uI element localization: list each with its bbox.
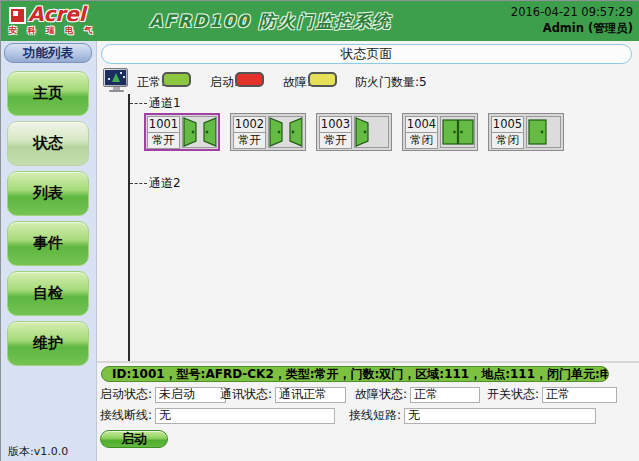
- wire-short-field[interactable]: [404, 408, 596, 424]
- door-id: 1005: [491, 116, 524, 133]
- divider: [97, 361, 639, 363]
- door-type: 常开: [233, 132, 266, 149]
- start-state-field[interactable]: [155, 387, 226, 403]
- app-title: AFRD100 防火门监控系统: [113, 10, 428, 33]
- fault-state-field[interactable]: [410, 387, 480, 403]
- legend-normal-label: 正常:: [137, 74, 165, 91]
- comm-state-label: 通讯状态:: [220, 386, 272, 403]
- sidebar-item-3[interactable]: 列表: [7, 171, 89, 216]
- app-window: Acrel 安 科 瑞 电 气 AFRD100 防火门监控系统 2016-04-…: [0, 0, 639, 461]
- tree-line: [128, 94, 130, 362]
- door-item-1005[interactable]: 1005常闭: [488, 113, 564, 151]
- sidebar-item-1[interactable]: 主页: [7, 71, 89, 116]
- door-item-1004[interactable]: 1004常闭: [402, 113, 478, 151]
- door-item-1002[interactable]: 1002常开: [230, 113, 306, 151]
- comm-state-field[interactable]: [275, 387, 346, 403]
- brand-subtitle: 安 科 瑞 电 气: [9, 25, 109, 36]
- door-item-1001[interactable]: 1001常开: [144, 113, 220, 151]
- switch-state-field[interactable]: [542, 387, 617, 403]
- door-id: 1004: [405, 116, 438, 133]
- door-graphic-closed-single: [526, 116, 561, 148]
- wire-break-field[interactable]: [155, 408, 335, 424]
- door-count-label: 防火门数量:5: [355, 74, 427, 91]
- door-id: 1002: [233, 116, 266, 133]
- wire-short-label: 接线短路:: [349, 407, 401, 424]
- door-type: 常开: [319, 132, 352, 149]
- sidebar-item-2[interactable]: 状态: [7, 121, 89, 166]
- user-label: Admin (管理员): [511, 21, 633, 36]
- legend-normal-swatch: [162, 72, 191, 87]
- channel2-label: 通道2: [149, 175, 181, 192]
- legend-start-label: 启动:: [210, 74, 238, 91]
- fault-state-label: 故障状态:: [355, 386, 407, 403]
- tree-connector: [130, 183, 147, 184]
- door-graphic-open-single: [354, 116, 389, 148]
- wire-break-label: 接线断线:: [100, 407, 152, 424]
- doors-row: 1001常开1002常开1003常开1004常闭1005常闭: [144, 113, 564, 151]
- start-state-label: 启动状态:: [100, 386, 152, 403]
- acrel-logo: Acrel 安 科 瑞 电 气: [9, 4, 109, 36]
- page-title: 状态页面: [101, 44, 632, 64]
- door-graphic-open-double: [182, 116, 217, 148]
- door-graphic-closed-double: [440, 116, 475, 148]
- legend-start-swatch: [235, 72, 264, 87]
- door-id: 1001: [147, 116, 180, 133]
- sidebar-header[interactable]: 功能列表: [4, 43, 92, 63]
- sidebar-item-5[interactable]: 自检: [7, 271, 89, 316]
- legend-fault-label: 故障:: [283, 74, 311, 91]
- sidebar-item-6[interactable]: 维护: [7, 321, 89, 366]
- tree-node-channel2[interactable]: 通道2: [130, 176, 181, 190]
- switch-state-label: 开关状态:: [487, 386, 539, 403]
- start-button[interactable]: 启动: [100, 430, 168, 448]
- version-label: 版本:v1.0.0: [8, 444, 68, 459]
- monitor-icon[interactable]: [103, 68, 130, 95]
- brand-name: Acrel: [28, 4, 86, 24]
- sidebar-item-4[interactable]: 事件: [7, 221, 89, 266]
- door-summary-bar: ID:1001，型号:AFRD-CK2，类型:常开，门数:双门，区域:111，地…: [101, 366, 609, 382]
- datetime-label: 2016-04-21 09:57:29: [511, 5, 633, 19]
- legend-fault-swatch: [308, 72, 337, 87]
- door-id: 1003: [319, 116, 352, 133]
- tree-connector: [130, 103, 147, 104]
- acrel-logo-icon: [9, 7, 26, 24]
- main-panel: 状态页面 正常: 启动: 故障: 防火门数量:5 通道1 通道2: [96, 41, 639, 461]
- door-type: 常闭: [491, 132, 524, 149]
- channel1-label: 通道1: [149, 95, 181, 112]
- door-type: 常闭: [405, 132, 438, 149]
- door-type: 常开: [147, 132, 180, 149]
- tree-node-channel1[interactable]: 通道1: [130, 96, 181, 110]
- door-item-1003[interactable]: 1003常开: [316, 113, 392, 151]
- door-graphic-open-double: [268, 116, 303, 148]
- header-bar: Acrel 安 科 瑞 电 气 AFRD100 防火门监控系统 2016-04-…: [1, 1, 639, 42]
- sidebar: 功能列表 主页状态列表事件自检维护 版本:v1.0.0: [1, 41, 96, 461]
